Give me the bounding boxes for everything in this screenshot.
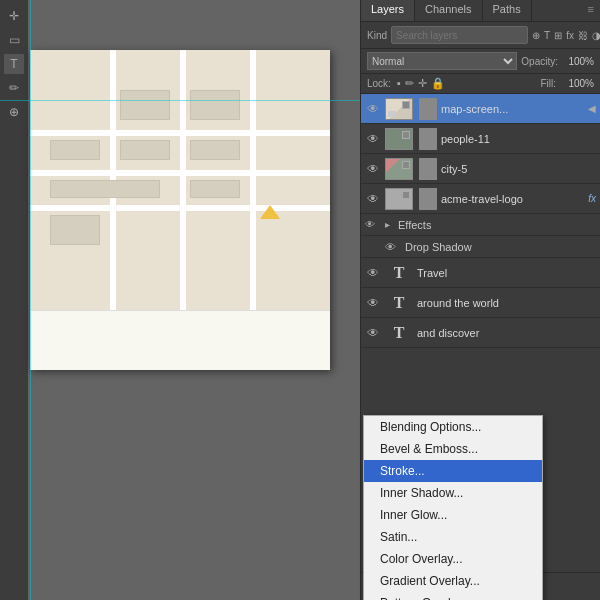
- lock-pixels-icon[interactable]: ✏: [405, 77, 414, 90]
- layer-mask-1: [419, 98, 437, 120]
- guide-h-full: [0, 100, 360, 101]
- fx-badge-4: fx: [588, 193, 596, 204]
- layer-thumb-3: [385, 158, 413, 180]
- layer-name-6: around the world: [417, 297, 596, 309]
- text-icon-7: T: [385, 322, 413, 344]
- layer-visibility-3[interactable]: 👁: [365, 162, 381, 176]
- menu-inner-shadow[interactable]: Inner Shadow...: [364, 482, 542, 504]
- search-kind-label: Kind: [367, 30, 387, 41]
- select-tool[interactable]: ▭: [4, 30, 24, 50]
- layer-visibility-1[interactable]: 👁: [365, 102, 381, 116]
- link-filter-icon[interactable]: ⛓: [578, 30, 588, 41]
- filter-icon[interactable]: ⊕: [532, 30, 540, 41]
- layer-name-5: Travel: [417, 267, 596, 279]
- layer-thumb-2: [385, 128, 413, 150]
- map-block-4: [120, 140, 170, 160]
- guide-v-full: [30, 0, 31, 600]
- layer-thumb-4: [385, 188, 413, 210]
- menu-color-overlay[interactable]: Color Overlay...: [364, 548, 542, 570]
- search-bar: Kind ⊕ T ⊞ fx ⛓ ◑ ◉: [361, 22, 600, 49]
- layer-name-1: map-screen...: [441, 103, 584, 115]
- effects-header: 👁 ▸ Effects: [361, 214, 600, 236]
- layer-discover[interactable]: 👁 T and discover: [361, 318, 600, 348]
- context-menu: Blending Options... Bevel & Emboss... St…: [363, 415, 543, 600]
- menu-blending-options[interactable]: Blending Options...: [364, 416, 542, 438]
- blend-mode-select[interactable]: Normal: [367, 52, 517, 70]
- drop-shadow-visibility[interactable]: 👁: [385, 241, 401, 253]
- layer-people[interactable]: 👁 people-11: [361, 124, 600, 154]
- menu-gradient-overlay[interactable]: Gradient Overlay...: [364, 570, 542, 592]
- map-block-8: [50, 215, 100, 245]
- opacity-label: Opacity:: [521, 56, 558, 67]
- menu-bevel-emboss[interactable]: Bevel & Emboss...: [364, 438, 542, 460]
- panel-tabs: Layers Channels Paths ≡: [361, 0, 600, 22]
- fill-value: 100%: [562, 78, 594, 89]
- left-toolbar: ✛ ▭ T ✏ ⊕: [0, 0, 28, 600]
- layer-mask-3: [419, 158, 437, 180]
- layer-travel[interactable]: 👁 T Travel: [361, 258, 600, 288]
- effects-collapse-icon[interactable]: ▸: [385, 219, 390, 230]
- zoom-tool[interactable]: ⊕: [4, 102, 24, 122]
- layer-logo[interactable]: 👁 acme-travel-logo fx: [361, 184, 600, 214]
- document-canvas: [30, 50, 330, 370]
- layer-name-2: people-11: [441, 133, 596, 145]
- layer-visibility-7[interactable]: 👁: [365, 326, 381, 340]
- color-filter-icon[interactable]: ◑: [592, 30, 600, 41]
- map-block-2: [190, 90, 240, 120]
- canvas-footer: [30, 310, 330, 370]
- menu-inner-glow[interactable]: Inner Glow...: [364, 504, 542, 526]
- canvas-area: ✛ ▭ T ✏ ⊕: [0, 0, 360, 600]
- menu-satin[interactable]: Satin...: [364, 526, 542, 548]
- lock-position-icon[interactable]: ✛: [418, 77, 427, 90]
- layer-mask-4: [419, 188, 437, 210]
- layers-list: 👁 map-screen... ◀ 👁 people-11 👁: [361, 94, 600, 414]
- layer-map-screen[interactable]: 👁 map-screen... ◀: [361, 94, 600, 124]
- move-tool[interactable]: ✛: [4, 6, 24, 26]
- map-block-1: [120, 90, 170, 120]
- tab-layers[interactable]: Layers: [361, 0, 415, 21]
- effects-label: Effects: [398, 219, 431, 231]
- map-block-3: [50, 140, 100, 160]
- fill-label: Fill:: [540, 78, 556, 89]
- layer-arrow-1: ◀: [588, 103, 596, 114]
- adjust-filter-icon[interactable]: ⊞: [554, 30, 562, 41]
- text-tool[interactable]: T: [4, 54, 24, 74]
- layer-around[interactable]: 👁 T around the world: [361, 288, 600, 318]
- layer-city[interactable]: 👁 city-5: [361, 154, 600, 184]
- tab-channels[interactable]: Channels: [415, 0, 482, 21]
- brush-tool[interactable]: ✏: [4, 78, 24, 98]
- layer-visibility-5[interactable]: 👁: [365, 266, 381, 280]
- drop-shadow-label: Drop Shadow: [405, 241, 472, 253]
- layer-mask-2: [419, 128, 437, 150]
- lock-transparent-icon[interactable]: ▪: [397, 77, 401, 90]
- lock-label: Lock:: [367, 78, 391, 89]
- map-block-6: [50, 180, 160, 198]
- effect-filter-icon[interactable]: fx: [566, 30, 574, 41]
- map-block-5: [190, 140, 240, 160]
- blend-mode-row: Normal Opacity: 100%: [361, 49, 600, 74]
- text-icon-6: T: [385, 292, 413, 314]
- layer-name-3: city-5: [441, 163, 596, 175]
- drop-shadow-item[interactable]: 👁 Drop Shadow: [361, 236, 600, 258]
- menu-pattern-overlay[interactable]: Pattern Overlay...: [364, 592, 542, 600]
- type-filter-icon[interactable]: T: [544, 30, 550, 41]
- lock-row: Lock: ▪ ✏ ✛ 🔒 Fill: 100%: [361, 74, 600, 94]
- opacity-value: 100%: [562, 56, 594, 67]
- layer-thumb-1: [385, 98, 413, 120]
- menu-stroke[interactable]: Stroke...: [364, 460, 542, 482]
- map-block-7: [190, 180, 240, 198]
- layer-visibility-6[interactable]: 👁: [365, 296, 381, 310]
- layer-visibility-2[interactable]: 👁: [365, 132, 381, 146]
- search-input[interactable]: [391, 26, 528, 44]
- lock-all-icon[interactable]: 🔒: [431, 77, 445, 90]
- layer-visibility-4[interactable]: 👁: [365, 192, 381, 206]
- layer-name-4: acme-travel-logo: [441, 193, 584, 205]
- effects-visibility-icon[interactable]: 👁: [365, 219, 381, 230]
- tab-paths[interactable]: Paths: [483, 0, 532, 21]
- lock-icons: ▪ ✏ ✛ 🔒: [397, 77, 445, 90]
- panel-close-icon[interactable]: ≡: [582, 0, 600, 21]
- text-icon-5: T: [385, 262, 413, 284]
- layer-name-7: and discover: [417, 327, 596, 339]
